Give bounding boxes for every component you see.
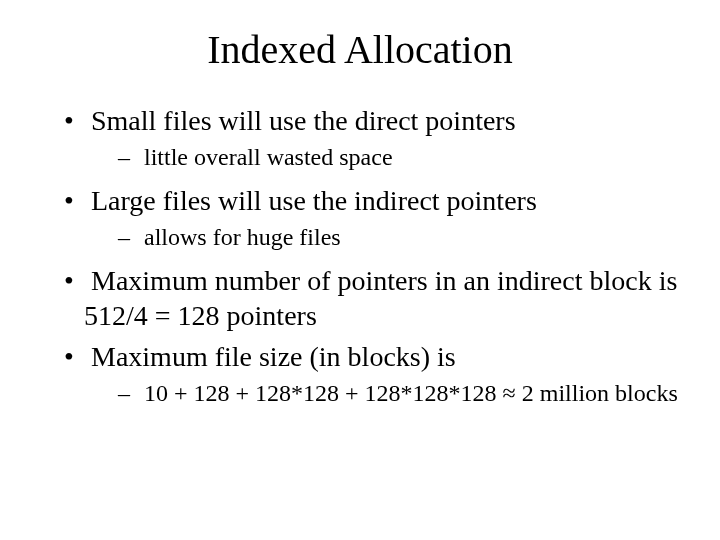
sub-bullet-item: 10 + 128 + 128*128 + 128*128*128 ≈ 2 mil… — [118, 378, 680, 409]
bullet-text: Large files will use the indirect pointe… — [91, 185, 537, 216]
bullet-item: Small files will use the direct pointers… — [40, 103, 680, 173]
sub-bullet-item: allows for huge files — [118, 222, 680, 253]
slide: Indexed Allocation Small files will use … — [0, 0, 720, 540]
bullet-text: Maximum number of pointers in an indirec… — [84, 265, 677, 331]
bullet-item: Large files will use the indirect pointe… — [40, 183, 680, 253]
bullet-list: Small files will use the direct pointers… — [40, 103, 680, 410]
sub-bullet-list: little overall wasted space — [84, 142, 680, 173]
sub-bullet-list: 10 + 128 + 128*128 + 128*128*128 ≈ 2 mil… — [84, 378, 680, 409]
sub-bullet-text: allows for huge files — [144, 224, 341, 250]
bullet-text: Maximum file size (in blocks) is — [91, 341, 456, 372]
slide-title: Indexed Allocation — [40, 26, 680, 73]
sub-bullet-text: little overall wasted space — [144, 144, 393, 170]
sub-bullet-list: allows for huge files — [84, 222, 680, 253]
sub-bullet-item: little overall wasted space — [118, 142, 680, 173]
bullet-item: Maximum number of pointers in an indirec… — [40, 263, 680, 333]
sub-bullet-text: 10 + 128 + 128*128 + 128*128*128 ≈ 2 mil… — [144, 380, 678, 406]
bullet-item: Maximum file size (in blocks) is 10 + 12… — [40, 339, 680, 409]
bullet-text: Small files will use the direct pointers — [91, 105, 516, 136]
